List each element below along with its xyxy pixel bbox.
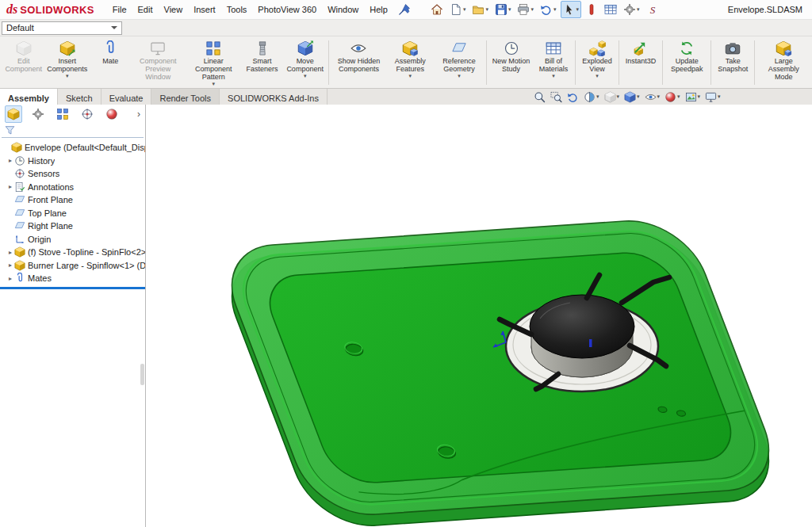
dropdown-caret-icon[interactable]: ▾ — [596, 74, 599, 78]
expand-arrow-icon[interactable]: ▸ — [6, 157, 14, 164]
dropdown-caret-icon[interactable]: ▾ — [718, 94, 721, 100]
select-tool-button[interactable]: ▾ — [561, 1, 582, 18]
menu-insert[interactable]: Insert — [188, 2, 221, 17]
tree-item-burner-component[interactable]: ▸ Burner Large - Spinflow<1> (Defa — [0, 259, 145, 273]
previous-view-button[interactable] — [566, 91, 580, 103]
ribbon-update-speedpak[interactable]: Update Speedpak — [665, 37, 709, 88]
tree-filter-input[interactable] — [18, 125, 140, 136]
view-settings-button[interactable]: ▾ — [704, 91, 722, 103]
tab-evaluate[interactable]: Evaluate — [102, 89, 152, 105]
ribbon-reference-geometry[interactable]: Reference Geometry ▾ — [434, 37, 485, 88]
menu-tools[interactable]: Tools — [221, 2, 253, 17]
tree-item-front-plane[interactable]: Front Plane — [0, 193, 145, 207]
dropdown-caret-icon[interactable]: ▾ — [304, 74, 307, 78]
filter-funnel-icon[interactable] — [5, 125, 15, 136]
dropdown-caret-icon[interactable]: ▾ — [552, 74, 555, 78]
options-button[interactable]: ▾ — [621, 1, 642, 18]
spreadsheet-button[interactable] — [602, 1, 619, 18]
featuremanager-splitter-bar[interactable] — [0, 287, 145, 289]
tab-assembly[interactable]: Assembly — [0, 89, 58, 105]
dropdown-caret-icon[interactable]: ▾ — [463, 6, 466, 13]
pane-tab-configuration-manager[interactable] — [54, 105, 71, 123]
tree-item-top-plane[interactable]: Top Plane — [0, 207, 145, 220]
dropdown-caret-icon[interactable]: ▾ — [458, 74, 461, 78]
apply-scene-button[interactable]: ▾ — [684, 91, 702, 103]
tree-item-mates[interactable]: ▸ Mates — [0, 272, 145, 285]
dropdown-caret-icon[interactable]: ▾ — [485, 6, 488, 13]
tab-sketch[interactable]: Sketch — [58, 89, 102, 105]
dropdown-caret-icon[interactable]: ▾ — [657, 94, 661, 100]
dropdown-caret-icon[interactable]: ▾ — [576, 6, 580, 13]
expand-arrow-icon[interactable]: ▸ — [6, 275, 14, 282]
ribbon-exploded-view[interactable]: Exploded View ▾ — [577, 37, 617, 88]
print-button[interactable]: ▾ — [515, 1, 536, 18]
panel-expand-chevron-icon[interactable]: › — [137, 109, 140, 120]
ribbon-take-snapshot[interactable]: Take Snapshot — [713, 37, 753, 88]
ribbon-instant3d[interactable]: Instant3D — [621, 37, 661, 88]
tree-item-history[interactable]: ▸ History — [0, 155, 145, 168]
graphics-area[interactable] — [146, 105, 812, 527]
panel-scrollbar-thumb[interactable] — [140, 364, 144, 385]
dropdown-caret-icon[interactable]: ▾ — [637, 94, 640, 100]
dropdown-caret-icon[interactable]: ▾ — [530, 6, 534, 13]
pane-tab-property-manager[interactable] — [29, 105, 47, 123]
edit-appearance-button[interactable]: ▾ — [664, 91, 681, 103]
graphics-viewport[interactable] — [146, 105, 812, 527]
menu-edit[interactable]: Edit — [132, 2, 159, 17]
ribbon-smart-fasteners[interactable]: Smart Fasteners — [241, 37, 283, 88]
tab-render-tools[interactable]: Render Tools — [151, 89, 220, 105]
menu-file[interactable]: File — [107, 2, 132, 17]
pane-tab-feature-manager[interactable] — [5, 105, 22, 123]
section-view-button[interactable]: ▾ — [583, 91, 600, 103]
display-style-button[interactable]: ▾ — [623, 91, 641, 103]
hide-show-items-button[interactable]: ▾ — [644, 91, 661, 103]
open-button[interactable]: ▾ — [469, 1, 491, 18]
menu-view[interactable]: View — [159, 2, 189, 17]
menu-window[interactable]: Window — [322, 2, 364, 17]
dropdown-caret-icon[interactable]: ▾ — [409, 74, 412, 78]
dropdown-caret-icon[interactable]: ▾ — [596, 94, 599, 100]
tree-item-stove-component[interactable]: ▸ (f) Stove -Topline - SpinFlo<2> (D — [0, 246, 145, 259]
tree-item-assembly-root[interactable]: Envelope (Default<Default_Display St — [0, 141, 145, 155]
expand-arrow-icon[interactable]: ▸ — [6, 249, 14, 256]
tray-inner-bowl[interactable] — [258, 250, 743, 485]
ribbon-bill-of-materials[interactable]: Bill of Materials ▾ — [534, 37, 573, 88]
view-orientation-button[interactable]: ▾ — [603, 91, 621, 103]
dropdown-caret-icon[interactable]: ▾ — [677, 94, 680, 100]
tree-item-right-plane[interactable]: Right Plane — [0, 220, 145, 233]
new-document-button[interactable]: ▾ — [447, 1, 469, 18]
tree-item-annotations[interactable]: ▸ Annotations — [0, 181, 145, 194]
ribbon-show-hidden-components[interactable]: Show Hidden Components — [331, 37, 386, 88]
tree-item-sensors[interactable]: Sensors — [0, 167, 145, 181]
tree-item-origin[interactable]: Origin — [0, 233, 145, 246]
dropdown-caret-icon[interactable]: ▾ — [212, 82, 215, 86]
ribbon-mate[interactable]: Mate — [90, 37, 130, 88]
dropdown-caret-icon[interactable]: ▾ — [66, 74, 69, 78]
ribbon-new-motion-study[interactable]: New Motion Study — [488, 37, 534, 88]
ribbon-move-component[interactable]: Move Component ▾ — [283, 37, 327, 88]
zoom-to-fit-button[interactable] — [533, 91, 546, 103]
ribbon-insert-components[interactable]: Insert Components ▾ — [44, 37, 90, 88]
ribbon-assembly-features[interactable]: Assembly Features ▾ — [386, 37, 434, 88]
burner-cap[interactable] — [530, 295, 634, 358]
rebuild-button[interactable] — [583, 1, 600, 18]
pin-menubar-icon[interactable] — [398, 3, 411, 16]
undo-button[interactable]: ▾ — [538, 1, 559, 18]
ribbon-linear-component-pattern[interactable]: Linear Component Pattern ▾ — [186, 37, 241, 88]
pane-tab-dimxpert-manager[interactable] — [79, 105, 96, 123]
solidworks-resources-button[interactable] — [644, 1, 661, 18]
dropdown-caret-icon[interactable]: ▾ — [508, 6, 511, 13]
menu-photoview-360[interactable]: PhotoView 360 — [252, 2, 322, 17]
home-button[interactable] — [428, 1, 446, 18]
expand-arrow-icon[interactable]: ▸ — [6, 183, 14, 190]
dropdown-caret-icon[interactable]: ▾ — [637, 6, 640, 13]
pane-tab-display-manager[interactable] — [103, 105, 121, 123]
dropdown-caret-icon[interactable]: ▾ — [698, 94, 701, 100]
configuration-dropdown[interactable]: Default — [2, 21, 122, 35]
tab-solidworks-add-ins[interactable]: SOLIDWORKS Add-Ins — [220, 89, 327, 105]
menu-help[interactable]: Help — [364, 2, 393, 17]
dropdown-caret-icon[interactable]: ▾ — [553, 6, 557, 13]
expand-arrow-icon[interactable]: ▸ — [6, 262, 14, 269]
zoom-to-area-button[interactable] — [550, 91, 563, 103]
save-button[interactable]: ▾ — [492, 1, 514, 18]
